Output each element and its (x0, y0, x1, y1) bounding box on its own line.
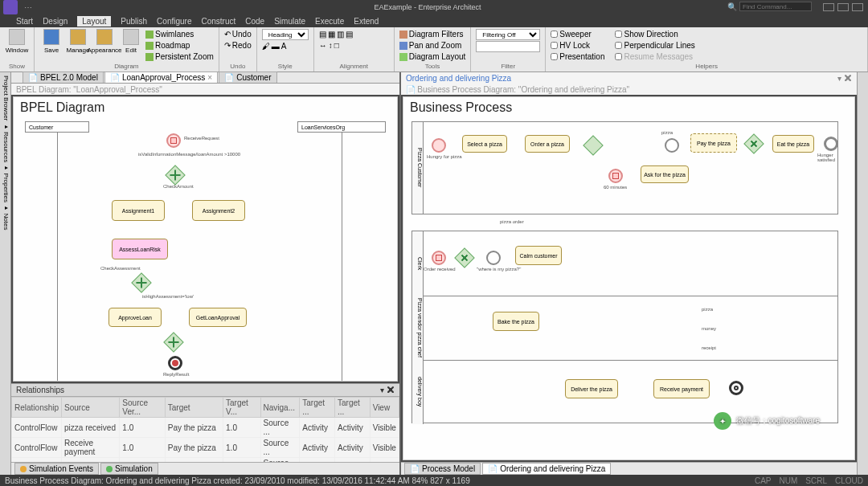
filter-value[interactable] (476, 41, 540, 52)
menu-code[interactable]: Code (245, 17, 264, 26)
appearance-button[interactable]: Appearance (92, 29, 117, 61)
align-top-icon[interactable]: ▤ (346, 30, 353, 39)
relationships-table[interactable]: RelationshipSourceSource Ver...TargetTar… (11, 397, 399, 462)
task-assignment2[interactable]: Assignment2 (192, 200, 245, 221)
rel-col[interactable]: Source Ver... (120, 398, 165, 418)
diagram-filters-button[interactable]: Diagram Filters (399, 29, 466, 39)
font-icon[interactable]: A (281, 42, 287, 51)
menu-start[interactable]: Start (16, 17, 33, 26)
minimize-button[interactable] (823, 3, 834, 11)
menu-simulate[interactable]: Simulate (274, 17, 305, 26)
task-deliver[interactable]: Deliver the pizza (565, 379, 618, 398)
panel-controls[interactable]: ▾ 🗙 (837, 74, 852, 83)
sweeper-check[interactable]: Sweeper (551, 29, 604, 39)
right-rail[interactable] (857, 72, 868, 475)
ev-order-received[interactable] (432, 251, 446, 265)
tab-loan-approval[interactable]: 📄LoanApproval_Process× (104, 71, 218, 83)
task-approve[interactable]: ApproveLoan (108, 308, 162, 327)
table-row[interactable]: ControlFlowReceive payment1.0Pay the piz… (12, 438, 399, 458)
table-row[interactable]: ControlFlowpizza received1.0Pay the pizz… (12, 418, 399, 438)
panel-controls[interactable]: ▾ 🗙 (380, 386, 395, 394)
task-eat[interactable]: Eat the pizza (772, 135, 814, 153)
hvlock-check[interactable]: HV Lock (551, 40, 604, 51)
show-direction-check[interactable]: Show Direction (615, 29, 694, 39)
rel-col[interactable]: Source (62, 398, 120, 418)
ev-pizza[interactable] (665, 138, 679, 153)
rel-col[interactable]: Target (165, 398, 223, 418)
fill-icon[interactable]: ▬ (272, 42, 280, 51)
tab-sim-events[interactable]: Simulation Events (14, 463, 99, 475)
event-gateway[interactable] (583, 135, 603, 155)
swimlanes-option[interactable]: Swimlanes (145, 29, 214, 39)
right-header-link[interactable]: Ordering and delivering Pizza (406, 74, 511, 83)
close-icon[interactable]: × (207, 73, 212, 82)
style-dropdown[interactable]: Heading (262, 29, 309, 40)
dist-v-icon[interactable]: ↕ (329, 41, 333, 50)
start-event[interactable] (166, 133, 181, 148)
save-button[interactable]: Save (39, 29, 63, 61)
redo-button[interactable]: ↷Redo (224, 40, 252, 51)
manage-button[interactable]: Manage (66, 29, 90, 61)
task-assess[interactable]: AssessLoanRisk (112, 239, 168, 259)
task-getloan[interactable]: GetLoanApproval (189, 308, 247, 327)
gateway-merge[interactable] (163, 332, 183, 352)
paint-icon[interactable]: 🖌 (262, 42, 270, 51)
tab-process-model[interactable]: 📄Process Model (404, 463, 481, 475)
task-ask[interactable]: Ask for the pizza (641, 165, 689, 183)
maximize-button[interactable] (837, 3, 849, 11)
align-left-icon[interactable]: ▤ (319, 30, 326, 39)
task-bake[interactable]: Bake the pizza (493, 312, 539, 331)
ev-where[interactable] (486, 251, 501, 265)
tab-customer[interactable]: 📄Customer (219, 71, 276, 83)
persistent-zoom-option[interactable]: Persistent Zoom (145, 51, 214, 62)
left-rail[interactable]: Project Browser ▸ Resources ▸ Properties… (0, 72, 11, 475)
pool-pizza-customer[interactable]: Pizza Customer Hungry for pizza Select a… (411, 121, 838, 214)
menu-design[interactable]: Design (43, 17, 68, 26)
pool-loanorg[interactable]: LoanServicesOrg (297, 121, 386, 133)
rel-col[interactable]: Relationship (12, 398, 62, 418)
roadmap-option[interactable]: Roadmap (145, 40, 214, 51)
pool-vendor[interactable]: Clerk Pizza vendor pizza chef delivery b… (411, 231, 838, 423)
dist-h-icon[interactable]: ↔ (319, 41, 327, 50)
tab-ordering-pizza[interactable]: 📄Ordering and delivering Pizza (482, 463, 611, 475)
task-select[interactable]: Select a pizza (462, 135, 507, 153)
gw-parallel2[interactable] (454, 247, 474, 268)
rel-col[interactable]: Target ... (334, 398, 370, 418)
align-center-icon[interactable]: ▦ (328, 30, 335, 39)
undo-button[interactable]: ↶Undo (224, 29, 252, 39)
ev-timer[interactable] (608, 169, 623, 183)
gateway-checkassess[interactable] (131, 272, 151, 292)
menu-construct[interactable]: Construct (201, 17, 235, 26)
task-assignment1[interactable]: Assignment1 (112, 200, 165, 221)
menu-publish[interactable]: Publish (121, 17, 147, 26)
end-event[interactable] (168, 356, 182, 370)
menu-execute[interactable]: Execute (315, 17, 344, 26)
edit-button[interactable]: Edit (119, 29, 143, 61)
rel-col[interactable]: Target ... (300, 398, 335, 418)
rel-col[interactable]: Target V... (223, 398, 260, 418)
menu-configure[interactable]: Configure (157, 17, 191, 26)
right-canvas[interactable]: Business Process Pizza Customer Hungry f… (403, 96, 855, 460)
pan-zoom-button[interactable]: Pan and Zoom (399, 40, 466, 51)
same-size-icon[interactable]: □ (334, 41, 339, 50)
left-canvas[interactable]: BPEL Diagram Customer LoanServicesOrg Re… (13, 96, 398, 382)
menu-layout[interactable]: Layout (77, 16, 111, 27)
find-command[interactable]: 🔍 (727, 2, 812, 11)
pool-customer[interactable]: Customer (25, 121, 89, 133)
find-input[interactable] (739, 2, 812, 11)
task-order[interactable]: Order a pizza (525, 135, 570, 153)
ev-satisfied[interactable] (824, 137, 838, 151)
task-calm[interactable]: Calm customer (515, 246, 562, 265)
rel-col[interactable]: View (370, 398, 399, 418)
tab-simulation[interactable]: Simulation (100, 463, 158, 475)
perpendicular-check[interactable]: Perpendicular Lines (615, 40, 694, 51)
menu-extend[interactable]: Extend (354, 17, 379, 26)
window-button[interactable]: Window (5, 29, 29, 61)
quick-access[interactable]: ⋯ (24, 3, 32, 12)
task-pay[interactable]: Pay the pizza (690, 133, 737, 153)
task-receive-payment[interactable]: Receive payment (653, 379, 710, 398)
ev-vendor-end[interactable] (729, 381, 743, 395)
resume-msg-check[interactable]: Resume Messages (615, 51, 694, 62)
tab-bpel-model[interactable]: 📄BPEL 2.0 Model (23, 71, 104, 83)
close-button[interactable] (852, 3, 863, 11)
